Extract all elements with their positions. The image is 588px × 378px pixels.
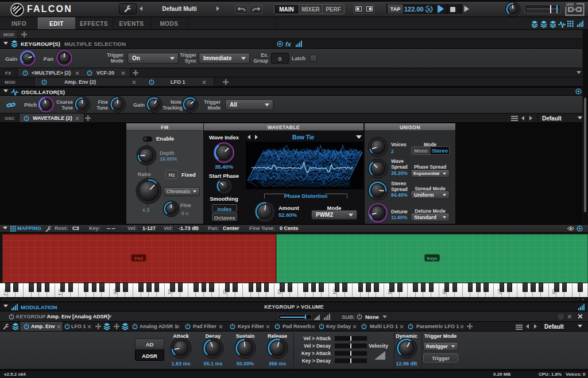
svg-text:S: S xyxy=(427,7,431,12)
